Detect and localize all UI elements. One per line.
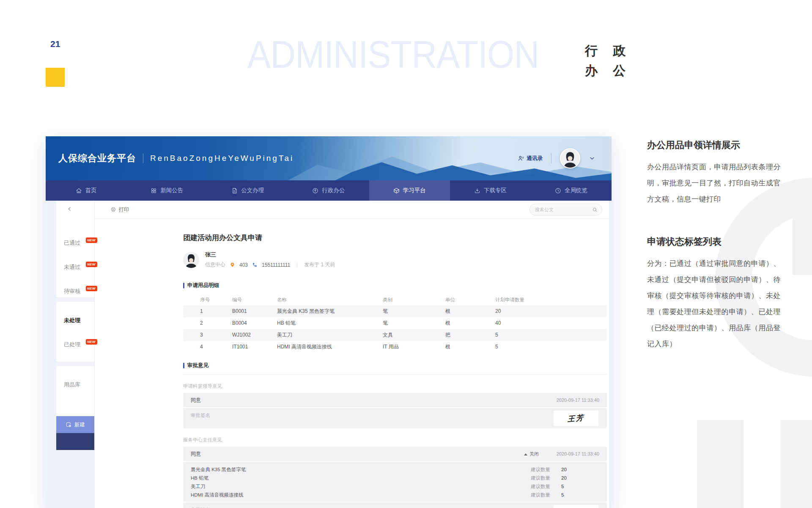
- panel-section2-body: 分为：已通过（通过审批同意的申请）、未通过（提交申请但被驳回的申请）、待审核（提…: [647, 256, 781, 352]
- cube-icon: [393, 188, 400, 194]
- toolbar: 打印: [94, 201, 609, 219]
- nav-item-documents[interactable]: 公文办理: [207, 180, 288, 201]
- nav-item-downloads[interactable]: 下载专区: [450, 180, 531, 201]
- signature-label: 审批签名: [191, 412, 553, 419]
- sidebar-item-pending-review[interactable]: 待审核 NEW: [64, 287, 93, 295]
- sidebar-divider: [56, 362, 94, 366]
- sidebar-item-rejected[interactable]: 未通过 NEW: [64, 263, 93, 271]
- decorative-bar: [697, 420, 743, 508]
- location-pin-icon: [230, 262, 235, 268]
- sidebar-gap: [56, 450, 94, 508]
- approval-block2-label: 服务中心主任意见: [183, 437, 607, 443]
- new-doc-icon: [66, 422, 71, 428]
- background-watermark: ADMINISTRATION: [247, 33, 539, 77]
- corner-title-line1: 行 政: [585, 41, 631, 61]
- phone-icon: [252, 262, 258, 268]
- yellow-accent-square: [46, 68, 65, 87]
- contacts-label: 通讯录: [527, 155, 543, 162]
- main-nav: 首页 新闻公告 公文办理 行政办公 学习平台 下载专区: [46, 180, 612, 201]
- suggestion-row: HB 铅笔 建议数量 20: [191, 474, 599, 482]
- sidebar-footer-block: [56, 433, 94, 450]
- requester-name: 张三: [205, 251, 335, 259]
- sidebar-item-unprocessed[interactable]: 未处理: [64, 317, 93, 324]
- approval-block2: 同意 关闭 2020-09-17 11:33:40 晨光金典 K35 黑色签字笔…: [183, 447, 607, 508]
- request-detail: 团建活动用办公文具申请 张三 信息中心 403: [183, 218, 607, 508]
- section-bar: [183, 283, 184, 288]
- nav-item-learning[interactable]: 学习平台: [369, 180, 450, 201]
- table-row: 3 WJ1002 美工刀 文具 把 5: [183, 329, 607, 341]
- table-row: 2 B0004 HB 铅笔 笔 根 40: [183, 317, 607, 329]
- nav-item-administration[interactable]: 行政办公: [288, 180, 369, 201]
- decorative-bar: [780, 420, 812, 508]
- new-badge: NEW: [86, 286, 97, 291]
- panel-section1-body: 办公用品详情页面，申请用品列表条理分明，审批意见一目了然，打印自动生成官方文稿，…: [647, 159, 781, 207]
- app-window: 人保综合业务平台 RenBaoZongHeYeWuPingTai 通讯录: [46, 136, 612, 508]
- brand: 人保综合业务平台 RenBaoZongHeYeWuPingTai: [58, 136, 294, 180]
- approval-timestamp: 2020-09-17 11:33:40: [557, 398, 599, 403]
- collapse-control[interactable]: 关闭: [524, 451, 539, 457]
- approval-decision: 同意: [191, 450, 524, 458]
- requester-room: 403: [239, 262, 248, 268]
- approval-decision: 同意: [191, 397, 557, 404]
- sidebar-item-supplies-store[interactable]: 用品库: [64, 381, 93, 389]
- sidebar-item-approved[interactable]: 已通过 NEW: [64, 239, 93, 247]
- brand-divider: [143, 154, 143, 163]
- nav-item-news[interactable]: 新闻公告: [126, 180, 207, 201]
- app-header: 人保综合业务平台 RenBaoZongHeYeWuPingTai 通讯录: [46, 136, 612, 180]
- corner-title: 行 政 办 公: [585, 41, 631, 80]
- suggestion-row: HDMI 高清音视频连接线 建议数量 5: [191, 491, 599, 499]
- page-number: 21: [50, 39, 60, 49]
- new-badge: NEW: [86, 262, 97, 267]
- header-divider: [551, 153, 551, 163]
- user-avatar[interactable]: [560, 148, 580, 168]
- suggestion-list: 晨光金典 K35 黑色签字笔 建议数量 20 HB 铅笔 建议数量 20 美工刀: [183, 462, 607, 502]
- items-table: 序号 编号 名称 类别 单位 计划申请数量 1 B0001 晨光金典 K35 黑…: [183, 294, 607, 353]
- home-icon: [76, 188, 82, 194]
- contacts-icon: [518, 155, 524, 162]
- compass-icon: [312, 188, 318, 194]
- requester-row: 张三 信息中心 403 15511111111 发布于 1 天前: [183, 251, 607, 268]
- approval-timestamp: 2020-09-17 11:33:40: [557, 451, 599, 456]
- chevron-down-icon[interactable]: [589, 155, 595, 162]
- panel-section1-title: 办公用品申领详情展示: [647, 139, 781, 152]
- chevron-left-icon[interactable]: [66, 206, 73, 212]
- nav-item-home[interactable]: 首页: [46, 180, 126, 201]
- signature: 王芳: [568, 412, 584, 424]
- suggestion-row: 美工刀 建议数量 5: [191, 482, 599, 491]
- sidebar-item-processed[interactable]: 已处理 NEW: [64, 341, 93, 348]
- new-badge: NEW: [86, 237, 97, 243]
- decorative-bar: [793, 199, 812, 275]
- search-icon[interactable]: [592, 207, 598, 213]
- document-icon: [231, 188, 238, 194]
- panel-section2-title: 申请状态标签列表: [647, 235, 781, 248]
- print-button[interactable]: 打印: [110, 206, 129, 213]
- nav-item-overview[interactable]: 全局统览: [531, 180, 612, 201]
- suggestion-row: 晨光金典 K35 黑色签字笔 建议数量 20: [191, 465, 599, 474]
- new-badge: NEW: [86, 339, 97, 345]
- signature-box: 王芳: [554, 411, 598, 426]
- app-body: 已通过 NEW 未通过 NEW 待审核 NEW 未处理: [46, 201, 612, 508]
- download-icon: [474, 188, 480, 194]
- contacts-link[interactable]: 通讯录: [518, 155, 543, 162]
- requester-phone: 15511111111: [262, 262, 290, 268]
- search-box: [529, 204, 602, 215]
- grid-icon: [151, 188, 157, 194]
- items-section-header: 申请用品明细: [183, 282, 607, 289]
- table-row: 4 IT1001 HDMI 高清音视频连接线 IT 用品 根 5: [183, 341, 607, 353]
- create-new-button[interactable]: 新建: [56, 416, 94, 433]
- approval-block1-label: 申请科室领导意见: [183, 383, 607, 389]
- description-panel: 办公用品申领详情展示 办公用品详情页面，申请用品列表条理分明，审批意见一目了然，…: [647, 139, 781, 352]
- approval-section-header: 审批意见: [183, 362, 607, 375]
- meta-divider: [297, 262, 297, 268]
- request-title: 团建活动用办公文具申请: [183, 233, 607, 243]
- search-input[interactable]: [534, 207, 590, 213]
- table-row: 1 B0001 晨光金典 K35 黑色签字笔 笔 根 20: [183, 305, 607, 317]
- corner-title-line2: 办 公: [585, 61, 631, 80]
- table-header-row: 序号 编号 名称 类别 单位 计划申请数量: [183, 294, 607, 305]
- section-bar: [183, 363, 184, 368]
- approval-block1: 同意 2020-09-17 11:33:40 审批签名 王芳: [183, 393, 607, 428]
- signature-box: 李田: [554, 505, 598, 508]
- printer-icon: [110, 207, 116, 213]
- collapse-triangle-icon: [524, 452, 527, 456]
- brand-name-en: RenBaoZongHeYeWuPingTai: [150, 154, 294, 163]
